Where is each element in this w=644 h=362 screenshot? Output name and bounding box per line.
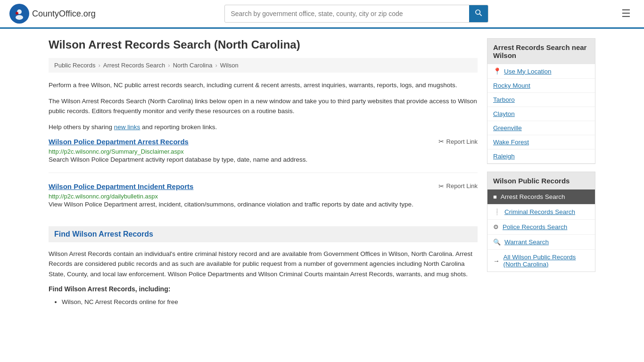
- nearby-location-item[interactable]: Tarboro: [487, 93, 595, 107]
- record-header: Wilson Police Department Arrest Records …: [49, 138, 478, 146]
- main-content: Wilson Arrest Records Search (North Caro…: [49, 38, 478, 308]
- breadcrumb-wilson: Wilson: [220, 62, 239, 69]
- svg-point-4: [476, 10, 480, 14]
- breadcrumb: Public Records › Arrest Records Search ›…: [49, 58, 478, 73]
- nearby-city-link[interactable]: Rocky Mount: [493, 82, 530, 89]
- record-title[interactable]: Wilson Police Department Arrest Records: [49, 138, 189, 146]
- all-records-link[interactable]: All Wilson Public Records (North Carolin…: [504, 254, 590, 268]
- report-link-label: Report Link: [446, 138, 478, 145]
- sidebar-item-icon: ■: [493, 193, 497, 200]
- search-button[interactable]: [469, 5, 488, 22]
- sidebar-nearby-title: Arrest Records Search near Wilson: [487, 39, 595, 64]
- bullets-list: Wilson, NC Arrest Records online for fre…: [49, 296, 478, 308]
- breadcrumb-arrest-records[interactable]: Arrest Records Search: [103, 62, 165, 69]
- report-icon: ✂: [438, 182, 444, 190]
- sidebar-record-item[interactable]: ■Arrest Records Search: [487, 189, 595, 205]
- search-input[interactable]: [225, 6, 469, 21]
- nearby-city-link[interactable]: Greenville: [493, 124, 522, 132]
- nearby-location-item[interactable]: Clayton: [487, 107, 595, 121]
- new-links[interactable]: new links: [114, 123, 140, 131]
- nearby-city-link[interactable]: Clayton: [493, 110, 515, 117]
- breadcrumb-public-records[interactable]: Public Records: [54, 62, 95, 69]
- nearby-location-item[interactable]: Wake Forest: [487, 135, 595, 149]
- description-para3: Help others by sharing new links and rep…: [49, 122, 478, 132]
- main-container: Wilson Arrest Records Search (North Caro…: [39, 29, 605, 317]
- record-url[interactable]: http://p2c.wilsonnc.org/dailybulletin.as…: [49, 193, 158, 200]
- public-records-items-container: ■Arrest Records Search❕Criminal Records …: [487, 189, 595, 250]
- sidebar-item-icon: 🔍: [493, 239, 501, 246]
- sidebar-record-item[interactable]: 🔍Warrant Search: [487, 235, 595, 250]
- sidebar-item-link[interactable]: Police Records Search: [503, 223, 567, 230]
- description-para1: Perform a free Wilson, NC public arrest …: [49, 80, 478, 90]
- nearby-location-item[interactable]: Rocky Mount: [487, 79, 595, 93]
- nearby-location-item[interactable]: Raleigh: [487, 149, 595, 164]
- record-header: Wilson Police Department Incident Report…: [49, 182, 478, 190]
- sidebar: Arrest Records Search near Wilson 📍Use M…: [487, 38, 595, 308]
- logo-icon: [9, 4, 29, 24]
- sidebar-item-icon: ⚙: [493, 223, 499, 230]
- nearby-city-link[interactable]: Raleigh: [493, 153, 515, 160]
- svg-line-5: [480, 14, 482, 16]
- description-para2: The Wilson Arrest Records Search (North …: [49, 96, 478, 116]
- page-title: Wilson Arrest Records Search (North Caro…: [49, 38, 478, 51]
- svg-point-3: [16, 12, 18, 15]
- bullet-item: Wilson, NC Arrest Records online for fre…: [62, 296, 478, 308]
- record-url[interactable]: http://p2c.wilsonnc.org/Summary_Disclaim…: [49, 148, 184, 155]
- report-link[interactable]: ✂ Report Link: [438, 138, 478, 145]
- record-entry: Wilson Police Department Arrest Records …: [49, 138, 478, 173]
- nearby-location-item[interactable]: Greenville: [487, 121, 595, 135]
- nearby-items-container: 📍Use My LocationRocky MountTarboroClayto…: [487, 64, 595, 164]
- sidebar-item-link[interactable]: Warrant Search: [504, 239, 549, 246]
- hamburger-menu[interactable]: ☰: [618, 6, 635, 22]
- records-list: Wilson Police Department Arrest Records …: [49, 138, 478, 217]
- sidebar-public-records: Wilson Public Records ■Arrest Records Se…: [487, 172, 595, 272]
- record-title[interactable]: Wilson Police Department Incident Report…: [49, 182, 193, 190]
- report-link[interactable]: ✂ Report Link: [438, 182, 478, 190]
- svg-point-2: [16, 15, 23, 20]
- nearby-city-link[interactable]: Tarboro: [493, 96, 515, 103]
- record-description: Search Wilson Police Department activity…: [49, 155, 478, 165]
- nearby-location-item[interactable]: 📍Use My Location: [487, 64, 595, 79]
- site-header: CountyOffice.org ☰: [0, 0, 644, 29]
- sidebar-nearby: Arrest Records Search near Wilson 📍Use M…: [487, 38, 595, 164]
- report-link-label: Report Link: [446, 182, 478, 189]
- breadcrumb-north-carolina[interactable]: North Carolina: [173, 62, 213, 69]
- report-icon: ✂: [438, 138, 444, 145]
- record-entry: Wilson Police Department Incident Report…: [49, 182, 478, 217]
- location-pin-icon: 📍: [493, 67, 501, 75]
- sidebar-record-item[interactable]: ⚙Police Records Search: [487, 220, 595, 235]
- sidebar-record-item[interactable]: ❕Criminal Records Search: [487, 205, 595, 220]
- use-my-location-link[interactable]: Use My Location: [504, 68, 552, 75]
- find-section-subheading: Find Wilson Arrest Records, including:: [49, 285, 478, 293]
- logo-text: CountyOffice.org: [32, 9, 96, 19]
- all-records-link-item[interactable]: → All Wilson Public Records (North Carol…: [487, 250, 595, 272]
- sidebar-item-label: Arrest Records Search: [501, 193, 565, 200]
- search-bar: [224, 5, 488, 23]
- find-section-heading: Find Wilson Arrest Records: [49, 226, 478, 242]
- logo[interactable]: CountyOffice.org: [9, 4, 96, 24]
- sidebar-records-title: Wilson Public Records: [487, 172, 595, 189]
- sidebar-item-icon: ❕: [493, 208, 501, 215]
- record-description: View Wilson Police Department arrest, in…: [49, 200, 478, 209]
- nearby-city-link[interactable]: Wake Forest: [493, 139, 529, 146]
- find-section-body: Wilson Arrest Records contain an individ…: [49, 249, 478, 280]
- sidebar-item-link[interactable]: Criminal Records Search: [504, 208, 575, 215]
